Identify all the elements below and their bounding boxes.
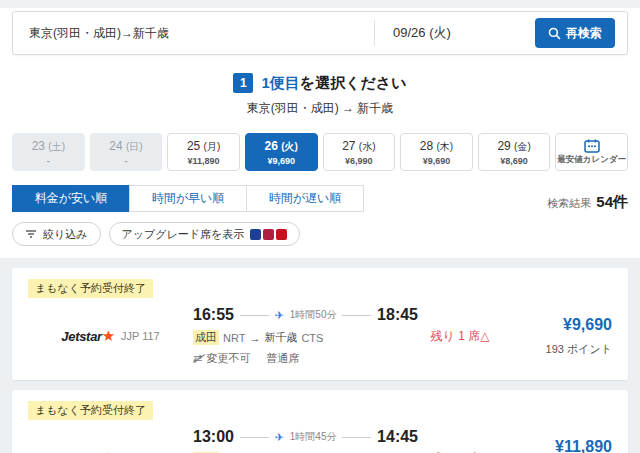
depart-time: 13:00 — [193, 428, 234, 446]
sort-row: 料金が安い順 時間が早い順 時間が遅い順 検索結果 54件 — [12, 185, 628, 212]
upgrade-seats-label: アップグレード席を表示 — [122, 227, 245, 242]
step-title-highlight: 1便目 — [261, 74, 299, 91]
date-tab-24: 24 (日) - — [90, 133, 163, 171]
arrive-time: 18:45 — [377, 306, 418, 324]
step-route: 東京(羽田・成田) → 新千歳 — [0, 100, 640, 117]
seat-class: 普通席 — [266, 351, 299, 366]
date-tab-23: 23 (土) - — [12, 133, 85, 171]
plane-icon: ✈ — [275, 309, 284, 322]
flight-number: JJP 117 — [121, 330, 160, 342]
step-title-rest: を選択ください — [300, 74, 407, 91]
plane-icon: ✈ — [275, 431, 284, 444]
flight-duration: 1時間45分 — [290, 430, 337, 444]
route-segment-line — [240, 437, 269, 438]
date-tab-28[interactable]: 28 (木) ¥9,690 — [400, 133, 473, 171]
price-block: ¥11,890 237 ポイント — [502, 438, 612, 453]
class-badge-blue — [250, 229, 261, 240]
route-segment-line — [342, 315, 371, 316]
calendar-icon — [584, 139, 600, 153]
depart-time: 16:55 — [193, 306, 234, 324]
fare-price: ¥11,890 — [502, 438, 612, 453]
filter-icon — [25, 229, 37, 239]
upgrade-class-badges — [250, 229, 287, 240]
route-segment-line — [342, 437, 371, 438]
flight-times: 13:00 ✈ 1時間45分 14:45 — [193, 428, 418, 446]
closing-soon-badge: まもなく予約受付終了 — [28, 401, 153, 420]
page-top-strip — [0, 0, 640, 8]
sort-tab-price-asc[interactable]: 料金が安い順 — [12, 185, 130, 212]
search-icon — [548, 27, 561, 40]
search-route-field[interactable]: 東京(羽田・成田)→新千歳 — [13, 25, 374, 42]
flight-times: 16:55 ✈ 1時間50分 18:45 — [193, 306, 418, 324]
price-block: ¥9,690 193 ポイント — [502, 316, 612, 357]
fare-conditions: ⇄ 変更不可 普通席 — [193, 351, 418, 366]
seats-remaining: 残り 3 席△ — [418, 450, 502, 453]
arrive-code: CTS — [301, 332, 323, 344]
filter-button-label: 絞り込み — [43, 227, 88, 242]
flight-card-jjp113[interactable]: まもなく予約受付終了 Jetstar★ JJP 113 13:00 ✈ 1時間4… — [12, 390, 628, 453]
airline-logo-block: Jetstar★ JJP 113 — [28, 449, 193, 453]
seats-remaining: 残り 1 席△ — [418, 328, 502, 345]
arrive-time: 14:45 — [377, 428, 418, 446]
research-button[interactable]: 再検索 — [535, 18, 615, 48]
search-summary-bar: 東京(羽田・成田)→新千歳 09/26 (火) 再検索 — [12, 11, 628, 55]
results-count: 54件 — [596, 193, 628, 212]
upgrade-seats-toggle[interactable]: アップグレード席を表示 — [109, 222, 301, 246]
jetstar-star-icon: ★ — [102, 449, 115, 453]
research-button-label: 再検索 — [566, 25, 602, 42]
cheapest-calendar-button[interactable]: 最安値カレンダー — [555, 133, 628, 171]
filter-button[interactable]: 絞り込み — [12, 222, 101, 246]
date-tab-27[interactable]: 27 (水) ¥6,990 — [323, 133, 396, 171]
jetstar-logo: Jetstar★ — [61, 449, 115, 453]
results-label: 検索結果 — [547, 196, 591, 211]
closing-soon-badge: まもなく予約受付終了 — [28, 279, 153, 298]
step-title: 1便目を選択ください — [261, 74, 406, 93]
flight-card-jjp117[interactable]: まもなく予約受付終了 Jetstar★ JJP 117 16:55 ✈ 1時間5… — [12, 268, 628, 380]
no-change-icon: ⇄ — [193, 353, 202, 364]
class-badge-red — [276, 229, 287, 240]
date-tab-26-selected[interactable]: 26 (火) ¥9,690 — [245, 133, 318, 171]
date-tab-29[interactable]: 29 (金) ¥8,690 — [478, 133, 551, 171]
step-header: 1 1便目を選択ください 東京(羽田・成田) → 新千歳 — [0, 73, 640, 117]
class-badge-crimson — [263, 229, 274, 240]
flight-duration: 1時間50分 — [290, 308, 337, 322]
change-policy: 変更不可 — [206, 351, 250, 366]
cheapest-calendar-label: 最安値カレンダー — [557, 154, 626, 166]
search-date-field[interactable]: 09/26 (火) — [375, 24, 535, 42]
arrive-airport: 新千歳 — [264, 330, 297, 345]
flight-result-list: まもなく予約受付終了 Jetstar★ JJP 117 16:55 ✈ 1時間5… — [0, 258, 640, 453]
sort-tab-time-late[interactable]: 時間が遅い順 — [246, 185, 364, 212]
points-earned: 193 ポイント — [502, 342, 612, 357]
jetstar-logo: Jetstar★ — [61, 327, 115, 345]
flight-route: 成田 NRT → 新千歳 CTS — [193, 330, 418, 345]
airline-logo-block: Jetstar★ JJP 117 — [28, 327, 193, 345]
route-segment-line — [240, 315, 269, 316]
date-tab-25[interactable]: 25 (月) ¥11,890 — [167, 133, 240, 171]
search-results-summary: 検索結果 54件 — [547, 193, 628, 212]
route-arrow: → — [249, 332, 260, 344]
fare-price: ¥9,690 — [502, 316, 612, 334]
filter-row: 絞り込み アップグレード席を表示 — [12, 222, 628, 246]
step-number-badge: 1 — [233, 73, 253, 93]
depart-airport: 成田 — [193, 330, 219, 345]
jetstar-star-icon: ★ — [102, 327, 115, 344]
depart-code: NRT — [223, 332, 245, 344]
sort-tab-time-early[interactable]: 時間が早い順 — [129, 185, 247, 212]
date-tab-row: 23 (土) - 24 (日) - 25 (月) ¥11,890 26 (火) … — [12, 133, 628, 171]
